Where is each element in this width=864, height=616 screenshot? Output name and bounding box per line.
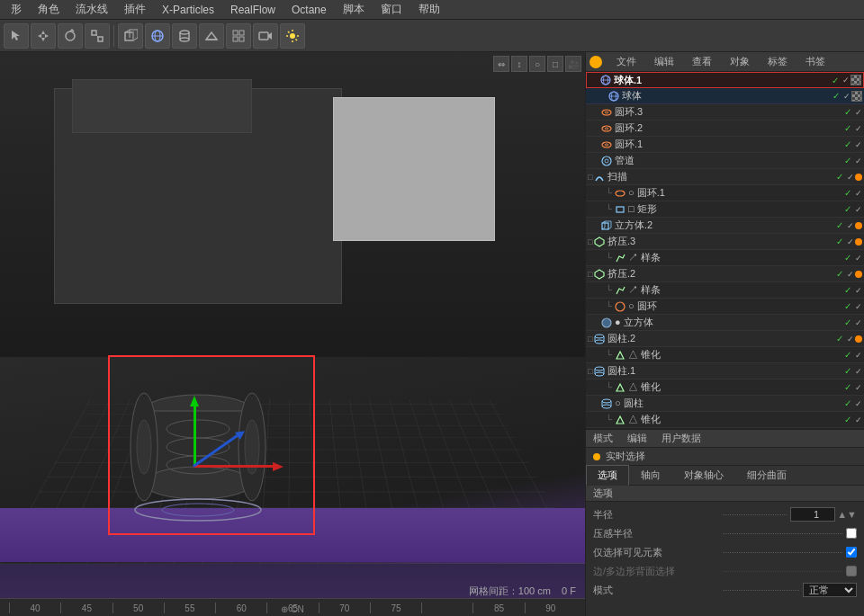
check-t1b[interactable]: ✓ — [842, 187, 854, 200]
obj-row-circle[interactable]: └ ○ 圆环 ✓ ✓ — [586, 299, 864, 315]
vis-tp1[interactable]: ✓ — [855, 351, 862, 360]
nav-arrows[interactable]: ⇔ — [493, 56, 509, 72]
check-rect[interactable]: ✓ — [842, 203, 854, 216]
check-cyl2[interactable]: ✓ — [833, 333, 846, 345]
subtab-options[interactable]: 选项 — [586, 465, 629, 486]
tool-sphere[interactable] — [145, 23, 170, 49]
vis-t1[interactable]: ✓ — [855, 140, 862, 149]
prop-check-visible[interactable] — [846, 547, 857, 558]
tool-light[interactable] — [280, 23, 305, 49]
menu-help[interactable]: 帮助 — [411, 0, 447, 19]
check-tp2[interactable]: ✓ — [842, 381, 854, 394]
obj-row-torus3[interactable]: 圆环.3 ✓ ✓ — [586, 104, 864, 121]
obj-tab-object[interactable]: 对象 — [723, 53, 757, 70]
dot-cube2[interactable] — [855, 222, 862, 229]
check-cyl1[interactable]: ✓ — [842, 365, 854, 378]
obj-row-cube3[interactable]: ● 立方体 ✓ ✓ — [586, 315, 864, 331]
check-t3[interactable]: ✓ — [842, 106, 854, 119]
obj-row-spline3[interactable]: └ ↗ 样条 ✓ ✓ — [586, 250, 864, 266]
nav-camera[interactable]: 🎥 — [565, 56, 581, 72]
vis-cyl1[interactable]: ✓ — [855, 367, 862, 376]
obj-row-cyl2[interactable]: □ 圆柱.2 ✓ ✓ — [586, 331, 864, 347]
vis-t1b[interactable]: ✓ — [855, 189, 862, 198]
obj-row-extrude2[interactable]: □ 挤压.2 ✓ ✓ — [586, 266, 864, 282]
dot-ext3[interactable] — [855, 238, 862, 246]
obj-row-cube2[interactable]: 立方体.2 ✓ ✓ — [586, 218, 864, 234]
obj-tab-file[interactable]: 文件 — [609, 53, 644, 70]
prop-input-radius[interactable] — [790, 507, 835, 522]
check-t2[interactable]: ✓ — [842, 122, 854, 135]
check-cub3[interactable]: ✓ — [842, 317, 854, 329]
subtab-objpivot[interactable]: 对象轴心 — [672, 465, 735, 486]
check-tp1[interactable]: ✓ — [842, 349, 854, 362]
obj-tab-edit[interactable]: 编辑 — [647, 53, 681, 70]
tool-grid[interactable] — [226, 23, 251, 49]
obj-row-torus2[interactable]: 圆环.2 ✓ ✓ — [586, 121, 864, 137]
obj-row-taper1[interactable]: └ △ 锥化 ✓ ✓ — [586, 347, 864, 363]
checker-sphere[interactable] — [851, 91, 862, 102]
menu-window[interactable]: 窗口 — [374, 0, 410, 19]
checker-sphere1[interactable] — [850, 75, 861, 85]
vis-cub3[interactable]: ✓ — [855, 318, 862, 327]
obj-row-tube[interactable]: 管道 ✓ ✓ — [586, 153, 864, 169]
vis-t3[interactable]: ✓ — [855, 108, 862, 117]
menu-realflow[interactable]: RealFlow — [223, 2, 283, 18]
tool-select[interactable] — [4, 23, 29, 49]
check-cyl0[interactable]: ✓ — [842, 397, 854, 410]
obj-row-sphere[interactable]: 球体 ✓ ✓ — [586, 88, 864, 104]
tool-rotate[interactable] — [58, 23, 83, 49]
dot-cyl2[interactable] — [855, 335, 862, 343]
tool-cylinder[interactable] — [172, 23, 197, 49]
obj-row-cyl0[interactable]: ○ 圆柱 ✓ ✓ — [586, 396, 864, 412]
dot-sweep[interactable] — [855, 174, 862, 181]
menu-plugins[interactable]: 插件 — [117, 0, 153, 19]
check-sp2[interactable]: ✓ — [842, 284, 854, 297]
nav-move[interactable]: ↕ — [511, 56, 527, 72]
viewport[interactable]: ⇔ ↕ ○ □ 🎥 网格间距：100 cm 0 F 40 45 50 55 60 — [0, 52, 585, 616]
check-sphere[interactable]: ✓ — [830, 90, 842, 103]
tool-scale[interactable] — [85, 23, 110, 49]
prop-select-mode[interactable]: 正常 — [803, 583, 857, 597]
vis-cyl2[interactable]: ✓ — [847, 335, 854, 344]
check-sp3[interactable]: ✓ — [842, 252, 854, 264]
obj-row-extrude3[interactable]: □ 挤压.3 ✓ ✓ — [586, 234, 864, 250]
check-t1[interactable]: ✓ — [842, 138, 854, 151]
obj-tab-tags[interactable]: 标签 — [760, 53, 795, 70]
obj-row-sphere1[interactable]: 球体.1 ✓ ✓ — [586, 72, 864, 88]
props-tab-edit[interactable]: 编辑 — [624, 432, 651, 445]
vis-tube[interactable]: ✓ — [855, 156, 862, 165]
prop-check-pressradius[interactable] — [846, 528, 857, 539]
vis-cube2[interactable]: ✓ — [847, 221, 854, 230]
obj-tab-bookmarks[interactable]: 书签 — [798, 53, 832, 70]
vis-tp2[interactable]: ✓ — [855, 383, 862, 392]
obj-row-taper2[interactable]: └ △ 锥化 ✓ ✓ — [586, 379, 864, 396]
vis-circ[interactable]: ✓ — [855, 302, 862, 311]
nav-frame[interactable]: □ — [547, 56, 563, 72]
prop-spinner-radius[interactable]: ▲▼ — [837, 509, 857, 520]
nav-home[interactable]: ○ — [529, 56, 545, 72]
check-sphere1[interactable]: ✓ — [829, 74, 842, 86]
vis-sphere[interactable]: ✓ — [843, 92, 850, 101]
check-circ[interactable]: ✓ — [842, 300, 854, 313]
vis-sp2[interactable]: ✓ — [855, 286, 862, 295]
check-tp3[interactable]: ✓ — [842, 414, 854, 426]
menu-script[interactable]: 脚本 — [336, 0, 372, 19]
props-tab-userdata[interactable]: 用户数据 — [658, 432, 705, 445]
vis-ext2[interactable]: ✓ — [847, 270, 854, 279]
dot-ext2[interactable] — [855, 271, 862, 278]
menu-role[interactable]: 角色 — [31, 0, 67, 19]
obj-row-cyl1[interactable]: □ 圆柱.1 ✓ ✓ — [586, 363, 864, 379]
obj-row-taper3[interactable]: └ △ 锥化 ✓ ✓ — [586, 412, 864, 428]
subtab-axis[interactable]: 轴向 — [629, 465, 672, 486]
vis-ext3[interactable]: ✓ — [847, 237, 854, 246]
check-ext3[interactable]: ✓ — [833, 236, 846, 248]
menu-shape[interactable]: 形 — [4, 0, 29, 19]
props-tab-mode[interactable]: 模式 — [590, 432, 616, 445]
menu-octane[interactable]: Octane — [284, 2, 334, 18]
vis-t2[interactable]: ✓ — [855, 124, 862, 133]
obj-row-sweep[interactable]: □ 扫描 ✓ ✓ — [586, 169, 864, 185]
subtab-subdivision[interactable]: 细分曲面 — [735, 465, 798, 486]
obj-row-torus1[interactable]: 圆环.1 ✓ ✓ — [586, 137, 864, 153]
check-ext2[interactable]: ✓ — [833, 268, 846, 281]
vis-cyl0[interactable]: ✓ — [855, 399, 862, 408]
